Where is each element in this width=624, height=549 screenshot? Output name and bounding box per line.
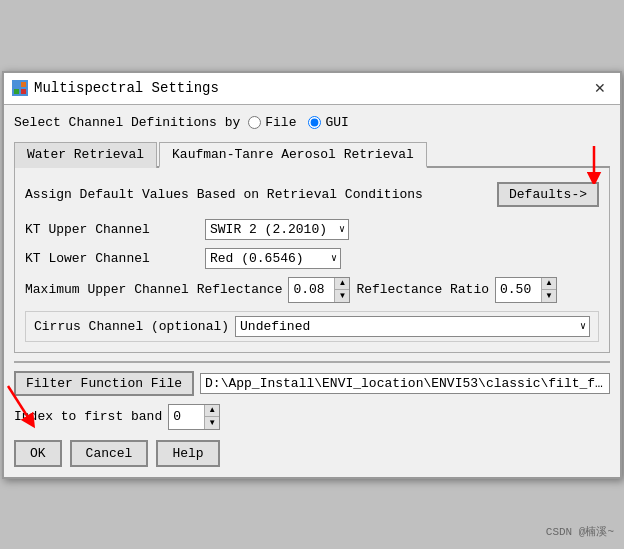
watermark: CSDN @楠溪~ xyxy=(546,524,614,539)
channel-def-label: Select Channel Definitions by xyxy=(14,115,240,130)
max-upper-spinbox: 0.08 ▲ ▼ xyxy=(288,277,350,303)
kt-lower-dropdown[interactable]: Red (0.6546) Green (0.5600) Blue (0.4660… xyxy=(205,248,341,269)
index-input[interactable]: 0 xyxy=(169,407,204,426)
title-bar-left: Multispectral Settings xyxy=(12,80,219,96)
ok-btn-wrapper: OK Cancel Help xyxy=(14,440,220,467)
assign-defaults-row: Assign Default Values Based on Retrieval… xyxy=(25,178,599,211)
kt-upper-label: KT Upper Channel xyxy=(25,222,195,237)
tabs-container: Water Retrieval Kaufman-Tanre Aerosol Re… xyxy=(14,140,610,168)
ok-button[interactable]: OK xyxy=(14,440,62,467)
defaults-button[interactable]: Defaults-> xyxy=(497,182,599,207)
kt-lower-dropdown-wrapper: Red (0.6546) Green (0.5600) Blue (0.4660… xyxy=(205,248,341,269)
radio-group: File GUI xyxy=(248,115,349,130)
cirrus-dropdown[interactable]: Undefined Band 1 Band 2 xyxy=(235,316,590,337)
close-button[interactable]: ✕ xyxy=(588,78,612,98)
action-buttons: OK Cancel Help xyxy=(14,440,220,467)
svg-rect-3 xyxy=(21,89,26,94)
index-row: Index to first band 0 ▲ ▼ xyxy=(14,404,610,430)
filter-path-display: D:\App_Install\ENVI_location\ENVI53\clas… xyxy=(200,373,610,394)
radio-file-text: File xyxy=(265,115,296,130)
defaults-btn-wrapper: Defaults-> xyxy=(497,182,599,207)
index-spin-down[interactable]: ▼ xyxy=(205,417,219,429)
cirrus-label: Cirrus Channel (optional) xyxy=(34,319,229,334)
index-spinbox: 0 ▲ ▼ xyxy=(168,404,220,430)
svg-rect-2 xyxy=(14,89,19,94)
kt-upper-dropdown-wrapper: SWIR 2 (2.2010) SWIR 1 (1.6500) NIR (0.8… xyxy=(205,219,349,240)
reflectance-ratio-input[interactable]: 0.50 xyxy=(496,280,541,299)
cirrus-dropdown-wrapper: Undefined Band 1 Band 2 xyxy=(235,316,590,337)
index-spinbox-btns: ▲ ▼ xyxy=(204,405,219,429)
channel-def-row: Select Channel Definitions by File GUI xyxy=(14,115,610,130)
kt-lower-row: KT Lower Channel Red (0.6546) Green (0.5… xyxy=(25,248,599,269)
window-title: Multispectral Settings xyxy=(34,80,219,96)
svg-rect-1 xyxy=(21,82,26,87)
reflectance-ratio-spin-up[interactable]: ▲ xyxy=(542,278,556,290)
reflectance-ratio-label: Reflectance Ratio xyxy=(356,282,489,297)
radio-file-label[interactable]: File xyxy=(248,115,296,130)
title-bar: Multispectral Settings ✕ xyxy=(4,73,620,105)
cancel-button[interactable]: Cancel xyxy=(70,440,149,467)
tab-kaufman-tanre[interactable]: Kaufman-Tanre Aerosol Retrieval xyxy=(159,142,427,168)
kt-upper-row: KT Upper Channel SWIR 2 (2.2010) SWIR 1 … xyxy=(25,219,599,240)
radio-gui-text: GUI xyxy=(325,115,348,130)
radio-file[interactable] xyxy=(248,116,261,129)
index-spin-up[interactable]: ▲ xyxy=(205,405,219,417)
max-upper-spin-up[interactable]: ▲ xyxy=(335,278,349,290)
reflectance-ratio-spin-down[interactable]: ▼ xyxy=(542,290,556,302)
kt-lower-label: KT Lower Channel xyxy=(25,251,195,266)
assign-label: Assign Default Values Based on Retrieval… xyxy=(25,187,423,202)
max-upper-input[interactable]: 0.08 xyxy=(289,280,334,299)
kt-upper-dropdown[interactable]: SWIR 2 (2.2010) SWIR 1 (1.6500) NIR (0.8… xyxy=(205,219,349,240)
tab-water-retrieval[interactable]: Water Retrieval xyxy=(14,142,157,168)
bottom-section: Filter Function File D:\App_Install\ENVI… xyxy=(14,361,610,467)
window-body: Select Channel Definitions by File GUI W… xyxy=(4,105,620,477)
reflectance-ratio-spinbox: 0.50 ▲ ▼ xyxy=(495,277,557,303)
svg-rect-0 xyxy=(14,82,20,88)
filter-row: Filter Function File D:\App_Install\ENVI… xyxy=(14,371,610,396)
multispectral-settings-window: Multispectral Settings ✕ Select Channel … xyxy=(2,71,622,479)
help-button[interactable]: Help xyxy=(156,440,219,467)
app-icon xyxy=(12,80,28,96)
reflectance-row: Maximum Upper Channel Reflectance 0.08 ▲… xyxy=(25,277,599,303)
filter-function-button[interactable]: Filter Function File xyxy=(14,371,194,396)
reflectance-ratio-spinbox-btns: ▲ ▼ xyxy=(541,278,556,302)
max-upper-spinbox-btns: ▲ ▼ xyxy=(334,278,349,302)
max-upper-label: Maximum Upper Channel Reflectance xyxy=(25,282,282,297)
radio-gui-label[interactable]: GUI xyxy=(308,115,348,130)
max-upper-spin-down[interactable]: ▼ xyxy=(335,290,349,302)
radio-gui[interactable] xyxy=(308,116,321,129)
index-label: Index to first band xyxy=(14,409,162,424)
cirrus-row: Cirrus Channel (optional) Undefined Band… xyxy=(25,311,599,342)
tab-content-kaufman: Assign Default Values Based on Retrieval… xyxy=(14,168,610,353)
